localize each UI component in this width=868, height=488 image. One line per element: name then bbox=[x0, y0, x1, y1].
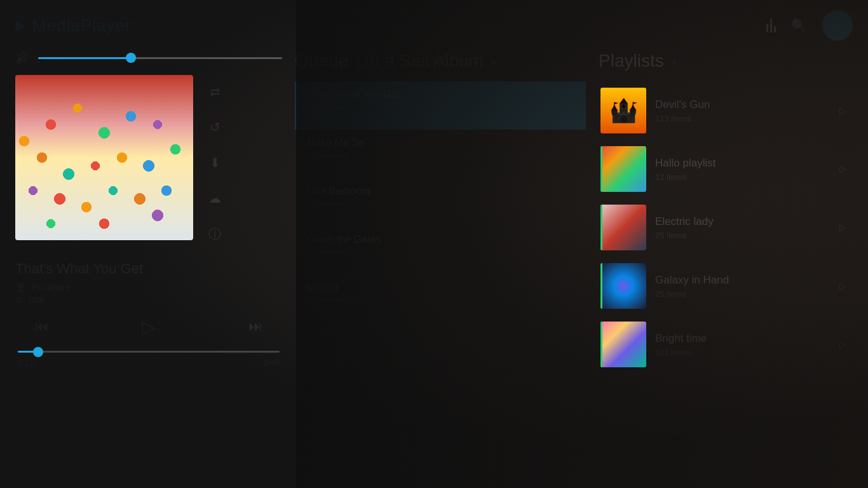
volume-thumb[interactable] bbox=[126, 53, 136, 63]
castle-thumb: 🏰 bbox=[600, 88, 646, 133]
playlist-thumb-3 bbox=[600, 205, 646, 250]
castle-icon: 🏰 bbox=[609, 97, 638, 124]
playlist-thumb-2 bbox=[600, 146, 646, 192]
playlist-thumb-4 bbox=[600, 263, 646, 309]
progress-thumb[interactable] bbox=[33, 347, 43, 357]
playlist-indicator-3 bbox=[600, 205, 602, 250]
playlist-thumb-1: 🏰 bbox=[600, 88, 646, 133]
volume-slider[interactable] bbox=[38, 57, 282, 59]
playlist-thumb-5 bbox=[600, 322, 646, 367]
playlist-indicator-5 bbox=[600, 322, 602, 367]
bg-figure bbox=[296, 0, 868, 488]
app-container: ▶ MediaPlayer 🔍 ··· 🔊 bbox=[0, 0, 868, 488]
progress-bar[interactable] bbox=[18, 351, 280, 353]
playlist-indicator-2 bbox=[600, 146, 602, 192]
volume-fill bbox=[38, 57, 131, 59]
album-art-visual bbox=[15, 75, 193, 240]
album-art bbox=[15, 75, 193, 240]
playlist-indicator-4 bbox=[600, 263, 602, 309]
